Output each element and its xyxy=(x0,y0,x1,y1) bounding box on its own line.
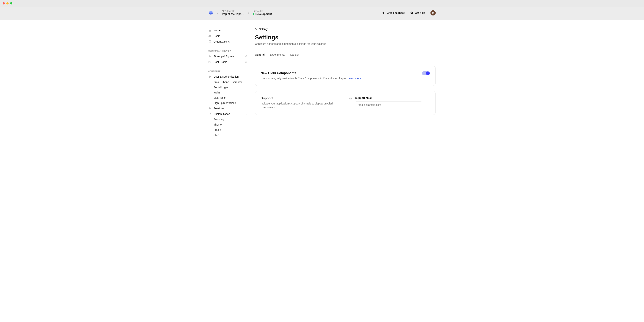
application-label: APPLICATION xyxy=(222,10,244,12)
palette-icon xyxy=(208,113,211,116)
support-email-input[interactable] xyxy=(355,101,422,108)
sidebar-item-label: Web3 xyxy=(214,91,220,94)
chevron-down-icon xyxy=(242,13,244,15)
svg-rect-7 xyxy=(209,42,210,42)
card-title: New Clerk Components xyxy=(261,71,414,75)
application-value: Pop of the Tops xyxy=(222,13,242,16)
window-minimize-button[interactable] xyxy=(6,2,8,5)
sidebar-item-label: Customization xyxy=(214,113,230,116)
signin-icon xyxy=(208,55,211,58)
card-title: Support xyxy=(261,97,342,100)
sidebar-item-organizations[interactable]: Organizations xyxy=(208,39,248,44)
svg-rect-4 xyxy=(209,41,211,43)
sidebar-item-sms[interactable]: SMS xyxy=(214,132,248,138)
gear-icon xyxy=(255,28,258,31)
main-content: Settings Settings Configure general and … xyxy=(255,28,436,142)
sidebar-item-theme[interactable]: Theme xyxy=(214,122,248,127)
sidebar-item-branding[interactable]: Branding xyxy=(214,117,248,122)
card-new-clerk-components: New Clerk Components Use our new, fully … xyxy=(255,66,436,86)
sidebar-item-label: Multi-factor xyxy=(214,96,226,99)
svg-rect-6 xyxy=(210,41,210,41)
sidebar-item-sessions[interactable]: Sessions xyxy=(208,106,248,111)
sidebar-item-label: Social Login xyxy=(214,86,228,89)
learn-more-link[interactable]: Learn more xyxy=(348,77,361,80)
app-logo-icon[interactable] xyxy=(208,10,214,16)
breadcrumb: Settings xyxy=(255,28,436,31)
breadcrumb-separator: / xyxy=(217,11,218,15)
envelope-icon xyxy=(349,97,352,100)
sidebar-item-email-phone[interactable]: Email, Phone, Username xyxy=(214,80,248,85)
sidebar-item-label: Branding xyxy=(214,118,224,121)
svg-rect-9 xyxy=(209,61,211,63)
card-description: Use our new, fully customizable Clerk Co… xyxy=(261,77,414,80)
status-dot-icon xyxy=(253,13,254,15)
sidebar-item-signup-signin[interactable]: Sign-up & Sign-in xyxy=(208,54,248,59)
avatar-initial: M xyxy=(432,12,434,14)
building-icon xyxy=(208,40,211,43)
sidebar-item-label: Users xyxy=(214,35,220,38)
toggle-knob-icon xyxy=(426,72,430,75)
instance-selector[interactable]: INSTANCE Development xyxy=(253,10,275,16)
svg-point-10 xyxy=(209,62,210,62)
svg-point-3 xyxy=(210,35,211,36)
sidebar: Home Users Organizations COMPONENT PREVI… xyxy=(208,28,248,142)
sidebar-item-emails[interactable]: Emails xyxy=(214,127,248,132)
users-icon xyxy=(208,35,211,38)
sidebar-item-label: Emails xyxy=(214,128,222,131)
id-card-icon xyxy=(208,61,211,64)
breadcrumb-label: Settings xyxy=(259,28,268,31)
sidebar-item-label: Sessions xyxy=(214,107,224,110)
app-header: / APPLICATION Pop of the Tops / INSTANCE… xyxy=(0,7,644,20)
sidebar-item-user-auth[interactable]: User & Authentication xyxy=(208,74,248,80)
sidebar-section-configure-title: CONFIGURE xyxy=(208,69,248,74)
get-help-button[interactable]: ? Get help xyxy=(410,11,425,14)
svg-rect-13 xyxy=(350,98,352,99)
tab-label: Danger xyxy=(290,53,299,56)
give-feedback-button[interactable]: Give Feedback xyxy=(382,11,405,14)
sidebar-item-social-login[interactable]: Social Login xyxy=(214,85,248,90)
feedback-label: Give Feedback xyxy=(387,11,405,14)
instance-label: INSTANCE xyxy=(253,10,275,12)
lock-icon xyxy=(208,107,211,110)
sidebar-item-label: Email, Phone, Username xyxy=(214,81,242,84)
sidebar-item-customization[interactable]: Customization xyxy=(208,111,248,117)
sidebar-item-label: Sign-up & Sign-in xyxy=(214,55,234,58)
tab-experimental[interactable]: Experimental xyxy=(270,51,285,58)
window-fullscreen-button[interactable] xyxy=(10,2,12,5)
help-icon: ? xyxy=(410,11,413,14)
card-description: Indicate your application's support chan… xyxy=(261,102,342,110)
external-link-icon xyxy=(245,61,248,63)
sidebar-item-users[interactable]: Users xyxy=(208,33,248,39)
sidebar-item-web3[interactable]: Web3 xyxy=(214,90,248,95)
instance-value: Development xyxy=(256,13,272,16)
page-subtitle: Configure general and experimental setti… xyxy=(255,42,436,45)
sidebar-item-signup-restrictions[interactable]: Sign-up restrictions xyxy=(214,100,248,106)
sidebar-item-label: Home xyxy=(214,29,220,32)
chevron-down-icon xyxy=(246,113,248,115)
svg-point-2 xyxy=(209,35,210,36)
support-email-label: Support email xyxy=(355,97,430,99)
window-titlebar xyxy=(0,0,644,7)
chevron-down-icon xyxy=(246,76,248,78)
sidebar-section-preview-title: COMPONENT PREVIEW xyxy=(208,49,248,54)
svg-text:?: ? xyxy=(411,12,412,14)
tab-label: Experimental xyxy=(270,53,285,56)
sidebar-item-user-profile[interactable]: User Profile xyxy=(208,59,248,65)
megaphone-icon xyxy=(382,11,385,14)
avatar[interactable]: M xyxy=(430,10,436,16)
sidebar-item-label: User & Authentication xyxy=(214,75,239,78)
external-link-icon xyxy=(245,55,248,58)
sidebar-item-home[interactable]: Home xyxy=(208,28,248,33)
header-left: / APPLICATION Pop of the Tops / INSTANCE… xyxy=(208,10,275,16)
window-close-button[interactable] xyxy=(2,2,5,5)
sidebar-item-mfa[interactable]: Multi-factor xyxy=(214,95,248,100)
sidebar-item-label: Organizations xyxy=(214,40,230,43)
tab-danger[interactable]: Danger xyxy=(290,51,299,58)
sidebar-item-label: User Profile xyxy=(214,61,227,64)
new-clerk-components-toggle[interactable] xyxy=(422,71,430,75)
tab-general[interactable]: General xyxy=(255,51,264,58)
tab-label: General xyxy=(255,53,264,56)
shield-icon xyxy=(208,75,211,78)
help-label: Get help xyxy=(415,11,425,14)
application-selector[interactable]: APPLICATION Pop of the Tops xyxy=(222,10,244,16)
